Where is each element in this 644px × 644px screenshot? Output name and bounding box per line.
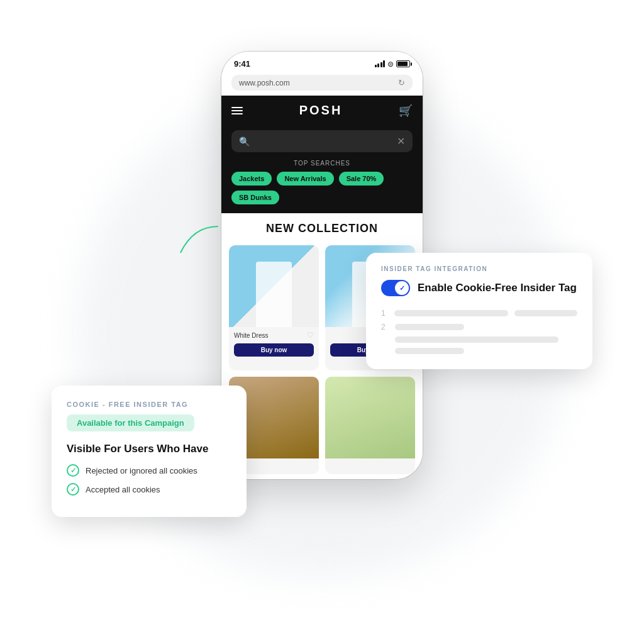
product-info-4	[325, 458, 415, 466]
search-area: 🔍 . ✕	[221, 125, 423, 160]
check-item-1: Rejected or ignored all cookies	[67, 464, 231, 477]
brand-logo: POSH	[299, 103, 343, 118]
available-badge: Available for this Campaign	[67, 414, 194, 431]
phone-header: POSH 🛒	[221, 96, 423, 125]
check-text-1: Rejected or ignored all cookies	[86, 466, 197, 475]
heart-icon-1[interactable]: ♡	[307, 331, 314, 340]
skeleton-line-2a	[395, 324, 464, 330]
phone-time: 9:41	[234, 59, 250, 69]
skeleton-line-1a	[394, 310, 508, 316]
insider-card-label: INSIDER TAG INTEGRATION	[381, 265, 577, 272]
signal-icon	[375, 60, 386, 67]
skeleton-line-1b	[514, 310, 577, 316]
wifi-icon: ⊜	[387, 60, 394, 69]
insider-tag-card: INSIDER TAG INTEGRATION ✓ Enable Cookie-…	[366, 253, 592, 369]
address-bar[interactable]: www.posh.com ↻	[231, 75, 413, 91]
check-text-2: Accepted all cookies	[86, 485, 160, 494]
toggle-check-icon: ✓	[399, 284, 405, 292]
top-searches-area: TOP SEARCHES Jackets New Arrivals Sale 7…	[221, 160, 423, 213]
product-image-4	[325, 377, 415, 458]
collection-title: NEW COLLECTION	[231, 222, 413, 235]
skeleton-line-3	[395, 336, 558, 343]
search-icon: 🔍	[239, 136, 250, 147]
toggle-knob: ✓	[395, 281, 409, 295]
check-item-2: Accepted all cookies	[67, 483, 231, 496]
cart-icon[interactable]: 🛒	[399, 104, 413, 118]
check-icon-2	[67, 483, 79, 496]
pill-sale[interactable]: Sale 70%	[339, 172, 384, 186]
skeleton-row-4	[381, 348, 577, 354]
product-card-4[interactable]	[325, 377, 415, 475]
pill-jackets[interactable]: Jackets	[231, 172, 272, 186]
connection-line	[168, 221, 243, 259]
search-left: 🔍 .	[239, 136, 257, 147]
collection-heading: NEW COLLECTION	[221, 213, 423, 240]
search-pills: Jackets New Arrivals Sale 70% SB Dunks	[231, 172, 413, 204]
product-info-1: White Dress ♡	[229, 327, 319, 343]
top-searches-label: TOP SEARCHES	[231, 160, 413, 167]
skeleton-row-2: 2	[381, 323, 577, 331]
cookie-free-card: COOKIE - FREE INSIDER TAG Available for …	[52, 386, 247, 517]
toggle-row: ✓ Enable Cookie-Free Insider Tag	[381, 280, 577, 296]
search-bar[interactable]: 🔍 . ✕	[231, 130, 413, 152]
visible-title: Visible For Users Who Have	[67, 443, 231, 455]
phone-status-bar: 9:41 ⊜	[221, 52, 423, 72]
skeleton-row-1: 1	[381, 309, 577, 318]
skeleton-num-1: 1	[381, 309, 388, 318]
skeleton-content: 1 2	[381, 309, 577, 354]
pill-new-arrivals[interactable]: New Arrivals	[277, 172, 333, 186]
product-name-1: White Dress	[234, 332, 268, 339]
hamburger-menu[interactable]	[231, 107, 243, 114]
reload-icon[interactable]: ↻	[398, 78, 405, 87]
search-placeholder: .	[255, 136, 257, 146]
address-bar-container: www.posh.com ↻	[221, 72, 423, 96]
skeleton-row-3	[381, 336, 577, 343]
product-card-1[interactable]: White Dress ♡ Buy now	[229, 245, 319, 370]
buy-btn-1[interactable]: Buy now	[234, 343, 314, 357]
battery-icon	[396, 60, 410, 67]
url-text: www.posh.com	[239, 79, 290, 87]
clear-icon[interactable]: ✕	[397, 135, 405, 147]
toggle-label: Enable Cookie-Free Insider Tag	[418, 282, 577, 294]
scene: 9:41 ⊜ www.posh.com ↻ POSH	[39, 39, 605, 605]
pill-sb-dunks[interactable]: SB Dunks	[231, 191, 279, 204]
skeleton-line-4	[395, 348, 464, 354]
status-icons: ⊜	[375, 60, 411, 69]
cookie-card-label: COOKIE - FREE INSIDER TAG	[67, 401, 231, 408]
check-icon-1	[67, 464, 79, 477]
skeleton-num-2: 2	[381, 323, 389, 331]
toggle-switch[interactable]: ✓	[381, 280, 410, 296]
